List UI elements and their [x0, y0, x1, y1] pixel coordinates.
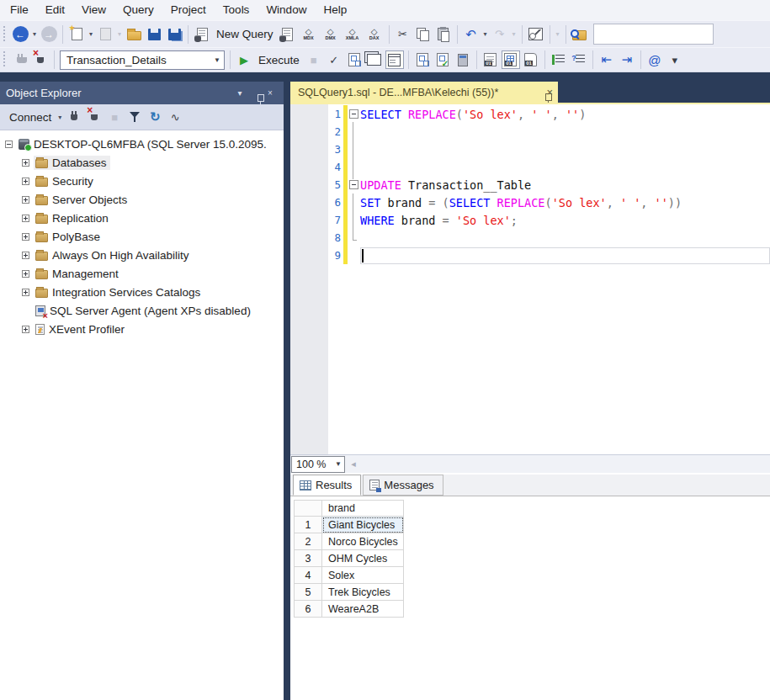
results-to-file-icon[interactable]: [522, 50, 540, 69]
expander-plus-icon[interactable]: [22, 289, 29, 296]
save-all-icon[interactable]: [165, 25, 183, 44]
decrease-indent-icon[interactable]: ⇤: [597, 50, 616, 69]
toolbar-grip[interactable]: [2, 26, 8, 43]
xmla-query-icon[interactable]: XMLA: [343, 25, 363, 44]
tree-item[interactable]: XEvent Profiler: [0, 320, 284, 338]
tree-item[interactable]: Management: [0, 264, 284, 283]
grid-cell[interactable]: Norco Bicycles: [322, 533, 404, 550]
parse-icon[interactable]: ✓: [325, 50, 343, 69]
grid-cell[interactable]: Trek Bicycles: [322, 584, 404, 601]
activity-monitor-icon[interactable]: [527, 25, 545, 44]
row-number-cell[interactable]: 2: [295, 533, 322, 550]
row-number-cell[interactable]: 1: [295, 517, 322, 533]
expander-plus-icon[interactable]: [22, 233, 29, 241]
menu-query[interactable]: Query: [114, 0, 162, 20]
expander-plus-icon[interactable]: [22, 215, 29, 222]
execute-play-icon[interactable]: ▶: [235, 50, 253, 69]
collapse-minus-icon[interactable]: [349, 109, 358, 119]
dropdown-caret-icon[interactable]: ▾: [510, 25, 518, 44]
close-icon[interactable]: ×: [263, 88, 278, 98]
menu-file[interactable]: File: [2, 0, 37, 20]
back-icon[interactable]: ←: [11, 25, 29, 44]
add-item-icon[interactable]: [96, 25, 114, 44]
toolbar-overflow-icon[interactable]: ▾: [666, 50, 684, 69]
copy-icon[interactable]: [414, 25, 433, 44]
code-line[interactable]: 4: [290, 158, 770, 176]
menu-window[interactable]: Window: [258, 0, 315, 20]
dropdown-caret-icon[interactable]: ▾: [30, 25, 39, 44]
live-query-stats-icon[interactable]: [454, 50, 472, 69]
redo-icon[interactable]: ↷: [491, 25, 509, 44]
dmx-query-icon[interactable]: DMX: [321, 25, 341, 44]
code-line[interactable]: 1SELECT REPLACE('So lex', ' ', ''): [290, 105, 770, 123]
increase-indent-icon[interactable]: ⇥: [618, 50, 636, 69]
find-in-files-icon[interactable]: [571, 25, 589, 44]
zoom-combo[interactable]: 100 % ▼: [291, 456, 345, 473]
database-engine-query-icon[interactable]: [279, 25, 297, 44]
new-query-label[interactable]: New Query: [212, 28, 278, 40]
collapse-minus-icon[interactable]: [349, 180, 358, 189]
estimated-plan-icon[interactable]: [413, 50, 432, 69]
row-number-cell[interactable]: 6: [295, 601, 322, 618]
window-position-menu-icon[interactable]: ▾: [232, 88, 247, 98]
new-query-window-icon[interactable]: [67, 25, 86, 44]
mdx-query-icon[interactable]: MDX: [299, 25, 319, 44]
menu-edit[interactable]: Edit: [37, 0, 73, 20]
code-line[interactable]: 8: [290, 229, 770, 247]
grid-cell[interactable]: Giant Bicycles: [322, 517, 404, 533]
change-connection-icon[interactable]: [31, 50, 50, 69]
find-combo[interactable]: [593, 24, 714, 45]
dropdown-caret-icon[interactable]: ▾: [87, 25, 95, 44]
cut-icon[interactable]: ✂: [394, 25, 412, 44]
toolbar-grip[interactable]: [2, 51, 8, 68]
results-to-grid-icon[interactable]: [502, 50, 520, 69]
undo-icon[interactable]: ↶: [462, 25, 481, 44]
tree-item[interactable]: DESKTOP-QL6MFBA (SQL Server 15.0.2095.: [0, 135, 284, 153]
forward-icon[interactable]: →: [40, 25, 58, 44]
uncomment-icon[interactable]: [570, 50, 588, 69]
expander-plus-icon[interactable]: [22, 326, 29, 333]
dropdown-caret-icon[interactable]: ▾: [554, 25, 562, 44]
code-line[interactable]: 2: [290, 123, 770, 141]
tree-item[interactable]: Integration Services Catalogs: [0, 283, 284, 301]
code-line[interactable]: 7WHERE brand = 'So lex';: [290, 211, 770, 229]
connect-icon[interactable]: [11, 50, 29, 69]
dropdown-caret-icon[interactable]: ▾: [56, 108, 64, 126]
code-editor[interactable]: 1SELECT REPLACE('So lex', ' ', '')2345UP…: [290, 104, 770, 454]
connect-label[interactable]: Connect: [5, 111, 56, 124]
tree-item[interactable]: Security: [0, 172, 284, 190]
code-line[interactable]: 3: [290, 141, 770, 158]
tree-item[interactable]: SQL Server Agent (Agent XPs disabled): [0, 301, 284, 320]
dax-query-icon[interactable]: DAX: [364, 25, 385, 44]
menu-view[interactable]: View: [73, 0, 114, 20]
refresh-icon[interactable]: ↻: [146, 108, 164, 126]
row-number-cell[interactable]: 5: [295, 584, 322, 601]
tree-item[interactable]: PolyBase: [0, 227, 284, 246]
comment-icon[interactable]: [550, 50, 568, 69]
paste-icon[interactable]: [434, 25, 453, 44]
dropdown-caret-icon[interactable]: ▾: [481, 25, 490, 44]
code-line[interactable]: 5UPDATE Transaction__Table: [290, 176, 770, 194]
row-number-cell[interactable]: 3: [295, 550, 322, 567]
tree-item[interactable]: Replication: [0, 209, 284, 227]
dropdown-caret-icon[interactable]: ▾: [115, 25, 124, 44]
results-pane-icon[interactable]: [385, 50, 404, 69]
tree-item[interactable]: Server Objects: [0, 190, 284, 209]
tab-results[interactable]: Results: [293, 475, 361, 496]
expander-minus-icon[interactable]: [5, 141, 13, 148]
available-databases-combo[interactable]: Transaction_Details▼: [60, 50, 225, 70]
grid-cell[interactable]: WeareA2B: [322, 601, 404, 618]
activity-monitor-icon[interactable]: ∿: [166, 108, 184, 126]
scroll-left-icon[interactable]: ◂: [345, 459, 362, 469]
stop-icon[interactable]: ■: [105, 108, 124, 126]
query-analysis-icon[interactable]: [345, 50, 364, 69]
expander-plus-icon[interactable]: [22, 159, 29, 167]
results-to-text-icon[interactable]: [481, 50, 500, 69]
document-tab[interactable]: SQLQuery1.sql - DE...MFBA\Kelechi (55))*…: [290, 82, 558, 103]
expander-plus-icon[interactable]: [22, 270, 29, 278]
connect-plug-icon[interactable]: [65, 108, 83, 126]
menu-help[interactable]: Help: [315, 0, 355, 20]
expander-plus-icon[interactable]: [22, 252, 29, 259]
new-query-icon[interactable]: [193, 25, 211, 44]
window-list-icon[interactable]: [365, 50, 384, 69]
